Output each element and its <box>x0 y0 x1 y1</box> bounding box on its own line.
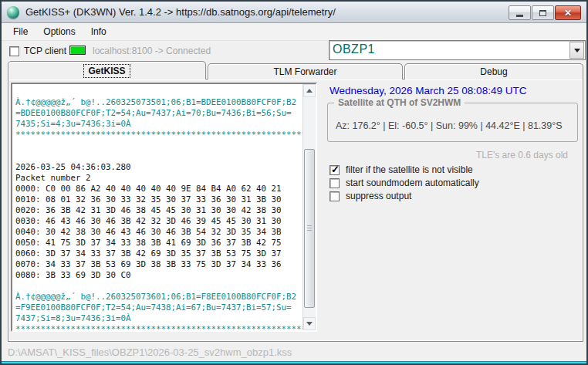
menu-options[interactable]: Options <box>35 24 83 39</box>
soundmodem-option-row: start soundmodem automatically <box>329 177 479 188</box>
tcp-client-checkbox[interactable] <box>9 46 19 56</box>
tab-getkiss-label: GetKISS <box>83 64 130 78</box>
soundmodem-checkbox[interactable] <box>329 178 340 188</box>
tab-getkiss[interactable]: GetKISS <box>8 61 206 79</box>
terminal-line <box>15 86 302 97</box>
tcp-client-checkbox-row: TCP client <box>9 46 66 56</box>
terminal-line: =BDEE0100B80FCF0F;T2=54;Au=7437;Ai=70;Bu… <box>15 108 302 119</box>
window-bottom-border <box>2 361 586 363</box>
triangle-down-icon <box>306 322 313 326</box>
menu-info[interactable]: Info <box>83 24 114 39</box>
tcp-client-label: TCP client <box>24 46 66 56</box>
terminal-line: =F9EE0100B80FCF0F;T2=54;Au=7438;Ai=67;Bu… <box>15 302 302 313</box>
satellite-select-value: OBZP1 <box>329 41 585 56</box>
terminal-line <box>15 140 302 151</box>
maximize-button[interactable] <box>532 5 554 20</box>
terminal-panel: À.†¢@@@@@ž„´ b@!..260325073501;06;B1=BDE… <box>11 83 317 332</box>
terminal-line: 0000: C0 00 86 A2 40 40 40 40 40 9E 84 B… <box>15 184 302 194</box>
terminal-line: 0040: 30 42 38 30 46 43 46 30 46 3B 54 3… <box>15 227 302 238</box>
terminal-line: À.†¢@@@@@ž„´ b@!..260325073501;06;B1=BDE… <box>15 97 302 108</box>
close-icon: ✕ <box>564 8 572 18</box>
soundmodem-checkbox-label: start soundmodem automatically <box>346 177 479 188</box>
connection-status: localhost:8100 -> Connected <box>93 46 211 56</box>
terminal-line: 0080: 3B 33 69 3D 30 C0 <box>15 270 302 281</box>
scrollbar-thumb[interactable] <box>304 149 315 308</box>
terminal-text: À.†¢@@@@@ž„´ b@!..260325073501;06;B1=BDE… <box>12 84 302 330</box>
scrollbar-grip-icon <box>307 225 312 232</box>
tab-debug-label: Debug <box>480 66 507 77</box>
suppress-option-row: suppress output <box>329 191 411 201</box>
menu-bar: File Options Info <box>2 23 586 41</box>
terminal-line: 7435;Si=4;3u=7436;3i=0À <box>15 119 302 130</box>
minimize-icon <box>516 15 523 17</box>
qth-groupbox: Satellite at QTH of SV2HWM Az: 176.2° | … <box>327 103 578 142</box>
window-controls: ✕ <box>509 5 581 20</box>
filter-option-row: filter if the satellite is not visible <box>329 164 473 175</box>
utc-datetime: Wednesday, 2026 March 25 08:08:49 UTC <box>329 85 526 96</box>
satellite-select[interactable]: OBZP1 <box>329 40 586 60</box>
terminal-line: ****************************************… <box>15 324 302 330</box>
terminal-line: ****************************************… <box>15 130 302 140</box>
scroll-up-button[interactable] <box>303 84 316 97</box>
maximize-icon <box>539 10 546 16</box>
suppress-checkbox-label: suppress output <box>346 191 411 201</box>
qth-group-title: Satellite at QTH of SV2HWM <box>334 97 465 108</box>
status-file-path: D:\AMSAT\_KISS_files\OBZP1\2026-03-25_sv… <box>8 346 292 358</box>
terminal-line: 0010: 08 01 32 36 30 33 32 35 30 37 33 3… <box>15 194 302 205</box>
close-button[interactable]: ✕ <box>555 5 581 20</box>
terminal-line <box>15 151 302 162</box>
app-window: GetKISS+ (DK3WN) Ver. 1.4.2 -> https://d… <box>0 0 588 365</box>
chevron-down-icon <box>574 49 580 52</box>
combo-dropdown-button[interactable] <box>569 42 584 59</box>
filter-checkbox-label: filter if the satellite is not visible <box>346 164 473 175</box>
terminal-line <box>15 281 302 292</box>
triangle-up-icon <box>306 89 313 93</box>
terminal-line: 0060: 3D 37 34 33 37 3B 42 69 3D 35 37 3… <box>15 248 302 259</box>
filter-checkbox[interactable] <box>329 165 340 175</box>
terminal-line: À.†¢@@@@@ž„´ b@!..260325073601;06;B1=F8E… <box>15 292 302 302</box>
terminal-line: 0020: 36 3B 42 31 3D 46 38 45 45 30 31 3… <box>15 205 302 216</box>
terminal-line: 0030: 46 43 46 30 46 3B 42 32 3D 46 39 4… <box>15 216 302 227</box>
tle-age: TLE's are 0.6 days old <box>476 150 568 161</box>
suppress-checkbox[interactable] <box>329 191 340 201</box>
terminal-line: 0070: 34 33 37 3B 53 69 3D 38 3B 33 75 3… <box>15 259 302 270</box>
terminal-line: 2026-03-25 04:36:03.280 <box>15 162 302 173</box>
tab-tlm-forwarder-label: TLM Forwarder <box>273 66 336 77</box>
title-bar[interactable]: GetKISS+ (DK3WN) Ver. 1.4.2 -> https://d… <box>2 2 586 23</box>
tab-tlm-forwarder[interactable]: TLM Forwarder <box>208 63 403 79</box>
terminal-line: 0050: 41 75 3D 37 34 33 38 3B 41 69 3D 3… <box>15 238 302 248</box>
window-title: GetKISS+ (DK3WN) Ver. 1.4.2 -> https://d… <box>25 6 336 18</box>
terminal-line: Packet number 2 <box>15 173 302 184</box>
menu-file[interactable]: File <box>5 24 35 39</box>
tab-debug[interactable]: Debug <box>404 63 583 79</box>
terminal-scrollbar[interactable] <box>302 84 316 330</box>
scroll-down-button[interactable] <box>303 317 316 330</box>
minimize-button[interactable] <box>509 5 531 20</box>
connection-led-icon <box>69 46 86 55</box>
terminal-line: 7437;Si=8;3u=7436;3i=0À <box>15 313 302 324</box>
globe-icon <box>7 6 19 19</box>
satellite-position: Az: 176.2° | El: -60.5° | Sun: 99% | 44.… <box>336 120 563 131</box>
